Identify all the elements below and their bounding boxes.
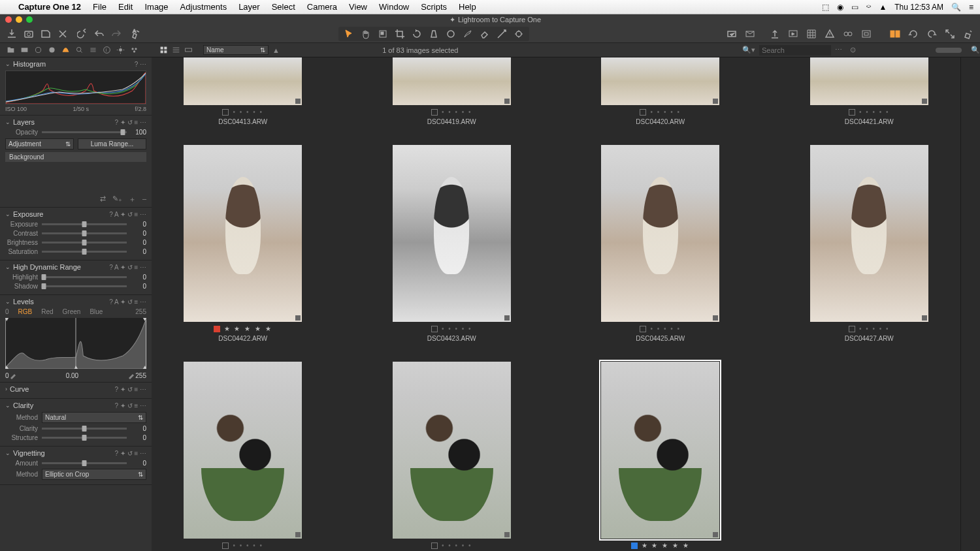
search-options-icon[interactable]: ⋯ [835, 46, 842, 54]
levels-tab-blue[interactable]: Blue [90, 308, 103, 315]
capture-tab-icon[interactable] [20, 46, 29, 54]
select-checkbox[interactable] [222, 543, 229, 549]
contrast-slider[interactable] [42, 232, 127, 234]
thumbnail-cell[interactable]: • • • • • DSC04419.ARW [393, 57, 511, 125]
panel-tools[interactable]: ? A ✦ ↺ ≡ ⋯ [109, 264, 146, 271]
panel-tools[interactable]: ? ✦ ↺ ≡ ⋯ [114, 119, 146, 126]
thumb-size-slider[interactable] [936, 48, 962, 53]
process-icon[interactable] [727, 29, 737, 39]
star-rating[interactable]: • • • • • [859, 108, 890, 116]
hand-tool-icon[interactable] [361, 29, 371, 39]
structure-slider[interactable] [42, 437, 127, 439]
levels-tab-red[interactable]: Red [41, 308, 53, 315]
filmstrip-view-icon[interactable] [184, 46, 193, 54]
menu-edit[interactable]: Edit [118, 2, 133, 12]
zoom-button[interactable] [26, 16, 33, 23]
tray-icon[interactable]: ⬚ [822, 3, 829, 12]
clarity-slider[interactable] [42, 428, 127, 430]
viewer-toggle-icon[interactable] [890, 29, 900, 39]
thumbnail-cell[interactable]: • • • • • DSC04480.ARW [393, 362, 511, 551]
edit-icon[interactable] [963, 29, 973, 39]
thumbnail-cell[interactable]: ★ ★ ★ ★ ★ DSC04481.ARW [601, 362, 719, 551]
spot-tool-icon[interactable] [446, 29, 456, 39]
upload-icon[interactable] [770, 29, 780, 39]
slideshow-icon[interactable] [788, 29, 798, 39]
collapse-icon[interactable]: ⌄ [5, 119, 10, 125]
thumbnail[interactable] [810, 145, 928, 322]
thumbnail-cell[interactable]: • • • • • DSC04421.ARW [810, 57, 928, 125]
thumbnail-cell[interactable]: • • • • • DSC04465.ARW [184, 362, 302, 551]
app-name[interactable]: Capture One 12 [18, 2, 81, 12]
grid-view-icon[interactable] [159, 46, 168, 54]
expand-icon[interactable]: › [5, 386, 7, 392]
white-picker-icon[interactable] [127, 371, 135, 379]
redo-step-icon[interactable] [111, 29, 122, 39]
clarity-method-dropdown[interactable]: Natural⇅ [42, 412, 146, 423]
layer-add-icon[interactable]: ＋ [129, 195, 136, 204]
delete-icon[interactable] [57, 29, 68, 39]
luma-range-button[interactable]: Luma Range... [78, 138, 146, 150]
thumbnail-cell[interactable]: • • • • • DSC04420.ARW [601, 57, 719, 125]
warning-icon[interactable] [825, 29, 835, 39]
star-rating[interactable]: • • • • • [233, 542, 263, 549]
thumbnail-cell[interactable]: • • • • • DSC04425.ARW [601, 145, 719, 342]
select-checkbox[interactable] [849, 109, 855, 116]
spotlight-icon[interactable]: 🔍 [951, 3, 961, 12]
levels-histogram[interactable] [5, 318, 146, 369]
tray-icon[interactable]: ◉ [837, 3, 843, 12]
layer-delete-icon[interactable]: – [142, 195, 146, 204]
thumbnail[interactable] [601, 362, 719, 539]
select-checkbox[interactable] [222, 109, 229, 116]
thumbnail[interactable] [184, 57, 302, 105]
menu-file[interactable]: File [93, 2, 106, 12]
reset-cw-icon[interactable] [926, 29, 937, 39]
reset-ccw-icon[interactable] [908, 29, 919, 39]
thumbnail[interactable] [601, 145, 719, 322]
exposure-tab-icon[interactable] [61, 46, 70, 54]
thumbnail-cell[interactable]: • • • • • DSC04413.ARW [184, 57, 302, 125]
mask-brush-icon[interactable] [463, 29, 473, 39]
annotations-icon[interactable]: A [131, 29, 141, 39]
brightness-slider[interactable] [42, 242, 127, 244]
library-tab-icon[interactable] [7, 46, 15, 54]
focus-mask-icon[interactable] [843, 29, 853, 39]
star-rating[interactable]: • • • • • [442, 325, 472, 332]
shadow-slider[interactable] [42, 285, 127, 287]
layer-background[interactable]: Background [5, 152, 146, 162]
menubar-clock[interactable]: Thu 12:53 AM [894, 3, 943, 12]
menu-image[interactable]: Image [144, 2, 168, 12]
panel-tools[interactable]: ? ✦ ↺ ≡ ⋯ [114, 386, 146, 393]
minimize-button[interactable] [16, 16, 22, 23]
thumbnail[interactable] [184, 362, 302, 539]
menu-select[interactable]: Select [272, 2, 295, 12]
menu-layer[interactable]: Layer [238, 2, 260, 12]
collapse-icon[interactable]: ⌄ [5, 61, 10, 67]
levels-out-mid[interactable]: 0.00 [66, 372, 78, 379]
eraser-tool-icon[interactable] [480, 29, 490, 39]
star-rating[interactable]: • • • • • [442, 542, 472, 549]
zoom-icon[interactable]: 🔍 [971, 46, 980, 54]
thumbnail-cell[interactable]: ★ ★ ★ ★ ★ DSC04422.ARW [184, 145, 302, 342]
saturation-slider[interactable] [42, 251, 127, 253]
star-rating[interactable]: • • • • • [650, 108, 681, 116]
export-icon[interactable] [41, 29, 51, 39]
panel-tools[interactable]: ? ✦ ↺ ≡ ⋯ [114, 450, 146, 457]
menu-camera[interactable]: Camera [307, 2, 337, 12]
grid-toggle-icon[interactable] [806, 29, 817, 39]
batch-tab-icon[interactable] [130, 46, 139, 54]
thumbnail[interactable] [601, 57, 719, 105]
layer-brush-icon[interactable]: ✎₊ [112, 195, 122, 204]
layer-tools-icon[interactable]: ⇄ [100, 195, 106, 204]
opacity-slider[interactable] [42, 131, 127, 133]
filter-icon[interactable]: ⊙ [850, 46, 856, 54]
adjust-tab-icon[interactable] [89, 46, 97, 54]
collapse-icon[interactable]: ⌄ [5, 298, 10, 305]
search-input[interactable] [759, 45, 831, 55]
star-rating[interactable]: ★ ★ ★ ★ ★ [642, 542, 690, 549]
vignetting-method-dropdown[interactable]: Elliptic on Crop⇅ [42, 469, 146, 480]
sort-direction-icon[interactable]: ▲ [272, 46, 280, 54]
amount-slider[interactable] [42, 462, 127, 464]
select-checkbox[interactable] [431, 326, 438, 332]
levels-tab-rgb[interactable]: RGB [18, 308, 33, 315]
levels-out-right[interactable]: 255 [135, 372, 146, 379]
